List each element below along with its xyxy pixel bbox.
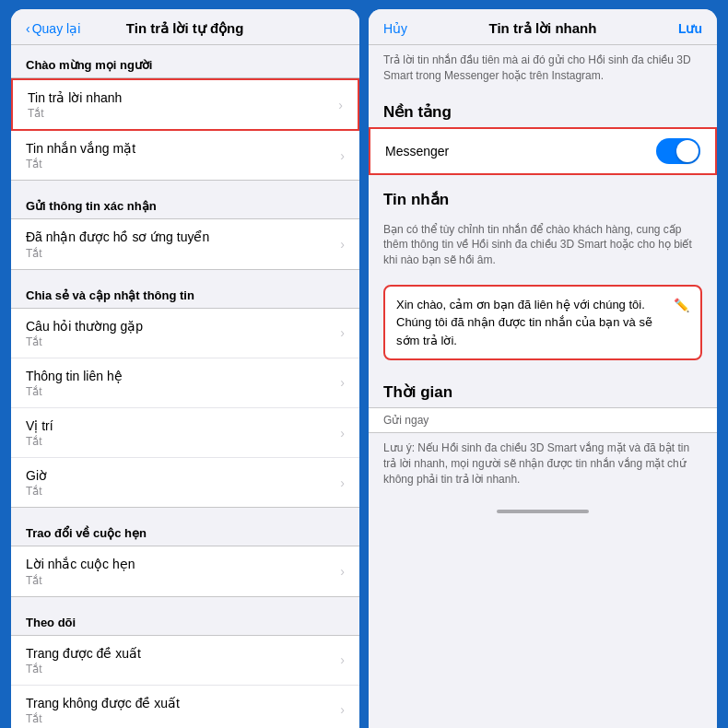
item-title: Tin trả lời nhanh (28, 89, 331, 106)
item-title: Vị trí (26, 417, 333, 434)
section-label-chia-se: Chia sẻ và cập nhật thông tin (11, 276, 359, 308)
item-subtitle: Tắt (28, 107, 331, 120)
message-section-description: Bạn có thể tùy chỉnh tin nhắn để chào kh… (369, 215, 717, 277)
list-item-cau-hoi[interactable]: Câu hỏi thường gặp Tắt › (11, 309, 359, 358)
item-title: Câu hỏi thường gặp (26, 318, 333, 335)
chevron-icon: › (340, 148, 345, 163)
list-item-trang-khong-de-xuat[interactable]: Trang không được đề xuất Tắt › (11, 686, 359, 728)
message-section-label: Tin nhắn (369, 181, 717, 215)
list-item-trang-de-xuat[interactable]: Trang được đề xuất Tắt › (11, 636, 359, 686)
messenger-label: Messenger (385, 144, 449, 159)
time-section-label: Thời gian (369, 373, 717, 407)
section-label-chao-mung: Chào mừng mọi người (11, 45, 359, 77)
item-text-trang-de-xuat: Trang được đề xuất Tắt (26, 645, 333, 675)
item-title: Tin nhắn vắng mặt (26, 140, 333, 157)
item-subtitle: Tắt (26, 335, 333, 348)
message-text: Xin chào, cảm ơn bạn đã liên hệ với chún… (396, 296, 666, 350)
messenger-toggle-row[interactable]: Messenger (369, 127, 717, 175)
panel-description: Trả lời tin nhắn đầu tiên mà ai đó gửi c… (369, 45, 717, 93)
messenger-toggle[interactable] (656, 138, 700, 164)
item-text-vi-tri: Vị trí Tắt (26, 417, 333, 448)
item-title: Trang không được đề xuất (26, 695, 333, 711)
item-text-cau-hoi: Câu hỏi thường gặp Tắt (26, 318, 333, 348)
time-note: Lưu ý: Nếu Hồi sinh đa chiều 3D Smart vắ… (369, 433, 717, 496)
chevron-icon: › (340, 476, 345, 490)
home-indicator-right (369, 504, 717, 523)
chevron-icon: › (340, 375, 345, 390)
section-gui-thong-tin-group: Đã nhận được hồ sơ ứng tuyển Tắt › (11, 218, 359, 269)
section-label-theo-doi: Theo dõi (11, 603, 359, 635)
time-value: Gửi ngay (383, 414, 702, 427)
left-panel-body: Chào mừng mọi người Tin trả lời nhanh Tắ… (11, 45, 359, 728)
chevron-icon: › (340, 325, 345, 340)
home-bar-right (497, 510, 589, 513)
item-text-lien-he: Thông tin liên hệ Tắt (26, 368, 333, 398)
item-text-vang-mat: Tin nhắn vắng mặt Tắt (26, 140, 333, 170)
item-text-ho-so: Đã nhận được hồ sơ ứng tuyển Tắt (26, 229, 333, 259)
item-subtitle: Tắt (26, 385, 333, 398)
back-label[interactable]: Quay lại (32, 21, 81, 36)
item-subtitle: Tắt (26, 574, 333, 587)
item-title: Lời nhắc cuộc hẹn (26, 556, 333, 572)
item-title: Trang được đề xuất (26, 645, 333, 662)
item-subtitle: Tắt (26, 435, 333, 448)
chevron-icon: › (340, 652, 345, 667)
back-button[interactable]: ‹ Quay lại (26, 21, 80, 36)
right-panel-header: Hủy Tin trả lời nhanh Lưu (369, 9, 717, 45)
left-phone-panel: ‹ Quay lại Tin trả lời tự động Chào mừng… (11, 9, 359, 728)
list-item-loi-nhac[interactable]: Lời nhắc cuộc hẹn Tắt › (11, 546, 359, 595)
chevron-left-icon: ‹ (26, 21, 30, 36)
item-text-loi-nhac: Lời nhắc cuộc hẹn Tắt (26, 556, 333, 586)
item-title: Thông tin liên hệ (26, 368, 333, 384)
item-subtitle: Tắt (26, 663, 333, 675)
right-phone-panel: Hủy Tin trả lời nhanh Lưu Trả lời tin nh… (369, 9, 717, 728)
chevron-icon: › (340, 237, 345, 252)
list-item-vi-tri[interactable]: Vị trí Tắt › (11, 408, 359, 458)
item-title: Đã nhận được hồ sơ ứng tuyển (26, 229, 333, 245)
chevron-icon: › (340, 702, 345, 717)
item-subtitle: Tắt (26, 158, 333, 170)
item-text-trang-khong-de-xuat: Trang không được đề xuất Tắt (26, 695, 333, 725)
save-button[interactable]: Lưu (678, 21, 702, 36)
item-text-gio: Giờ Tắt (26, 467, 333, 498)
section-chao-mung-group: Tin trả lời nhanh Tắt › Tin nhắn vắng mặ… (11, 77, 359, 181)
item-text-tin-tra-loi: Tin trả lời nhanh Tắt (28, 89, 331, 120)
right-panel-title: Tin trả lời nhanh (407, 20, 678, 37)
right-panel-body: Trả lời tin nhắn đầu tiên mà ai đó gửi c… (369, 45, 717, 728)
list-item-tin-nhan-vang-mat[interactable]: Tin nhắn vắng mặt Tắt › (11, 131, 359, 180)
item-subtitle: Tắt (26, 485, 333, 498)
cancel-button[interactable]: Hủy (383, 21, 407, 36)
list-item-tin-tra-loi-nhanh[interactable]: Tin trả lời nhanh Tắt › (11, 78, 359, 131)
left-panel-title: Tin trả lời tự động (80, 20, 289, 37)
edit-icon[interactable]: ✏️ (674, 298, 689, 312)
section-cuoc-hen-group: Lời nhắc cuộc hẹn Tắt › (11, 546, 359, 596)
section-label-cuoc-hen: Trao đổi về cuộc hẹn (11, 513, 359, 546)
section-label-gui-thong-tin: Gửi thông tin xác nhận (11, 186, 359, 218)
list-item-gio[interactable]: Giờ Tắt › (11, 458, 359, 507)
list-item-thong-tin-lien-he[interactable]: Thông tin liên hệ Tắt › (11, 358, 359, 408)
item-subtitle: Tắt (26, 247, 333, 260)
chevron-icon: › (338, 98, 343, 112)
section-chia-se-group: Câu hỏi thường gặp Tắt › Thông tin liên … (11, 308, 359, 509)
list-item-ho-so[interactable]: Đã nhận được hồ sơ ứng tuyển Tắt › (11, 219, 359, 268)
chevron-icon: › (340, 564, 345, 579)
section-theo-doi-group: Trang được đề xuất Tắt › Trang không đượ… (11, 635, 359, 729)
left-panel-header: ‹ Quay lại Tin trả lời tự động (11, 9, 359, 45)
message-edit-box[interactable]: Xin chào, cảm ơn bạn đã liên hệ với chún… (383, 285, 702, 361)
time-row: Gửi ngay (369, 407, 717, 433)
chevron-icon: › (340, 426, 345, 440)
item-subtitle: Tắt (26, 712, 333, 725)
platform-section-label: Nền tảng (369, 93, 717, 127)
item-title: Giờ (26, 467, 333, 484)
